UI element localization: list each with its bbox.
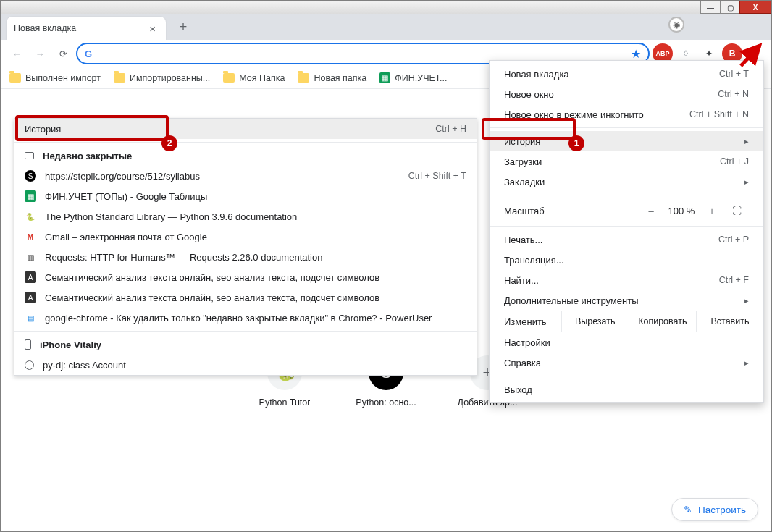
recent-item[interactable]: ▤ google-chrome - Как удалить только "не… bbox=[14, 308, 477, 328]
customize-label: Настроить bbox=[698, 504, 746, 515]
separator bbox=[490, 376, 763, 376]
menu-new-incognito[interactable]: Новое окно в режиме инкогнитоCtrl + Shif… bbox=[490, 104, 763, 124]
recent-closed-label: Недавно закрытые bbox=[43, 151, 132, 161]
edit-paste-button[interactable]: Вставить bbox=[696, 311, 763, 332]
recent-item[interactable]: ▥ Requests: HTTP for Humans™ — Requests … bbox=[14, 247, 477, 267]
stackexchange-icon: ▤ bbox=[25, 312, 36, 324]
sheets-icon: ▦ bbox=[25, 190, 36, 202]
zoom-label: Масштаб bbox=[504, 206, 545, 216]
window-close-button[interactable]: X bbox=[739, 1, 771, 14]
window-minimize-button[interactable]: — bbox=[700, 1, 721, 14]
menu-print[interactable]: Печать...Ctrl + P bbox=[490, 229, 763, 250]
profile-guest-icon[interactable]: ◉ bbox=[668, 17, 684, 33]
submenu-history-label: История bbox=[25, 124, 61, 135]
new-tab-button[interactable]: + bbox=[173, 17, 193, 37]
menu-bookmarks[interactable]: Закладки▸ bbox=[490, 172, 763, 192]
menu-zoom-row: Масштаб – 100 % + ⛶ bbox=[490, 198, 763, 223]
annotation-badge-1: 1 bbox=[568, 135, 584, 151]
menu-downloads[interactable]: ЗагрузкиCtrl + J bbox=[490, 151, 763, 172]
menu-help[interactable]: Справка▸ bbox=[490, 352, 763, 373]
edit-cut-button[interactable]: Вырезать bbox=[561, 311, 629, 332]
zoom-in-button[interactable]: + bbox=[700, 201, 724, 220]
zoom-out-button[interactable]: – bbox=[639, 201, 663, 220]
reopen-shortcut: Ctrl + Shift + T bbox=[408, 171, 466, 181]
annotation-badge-2: 2 bbox=[161, 135, 177, 151]
advego-icon: A bbox=[25, 292, 36, 303]
svg-line-0 bbox=[741, 46, 760, 66]
bookmark-folder[interactable]: Моя Папка bbox=[223, 73, 285, 83]
browser-tab[interactable]: Новая вкладка × bbox=[7, 17, 166, 40]
chrome-main-menu: Новая вкладкаCtrl + T Новое окноCtrl + N… bbox=[489, 60, 764, 403]
history-submenu: История Ctrl + H Недавно закрытые Ѕ http… bbox=[14, 118, 477, 376]
separator bbox=[14, 142, 477, 143]
recent-item[interactable]: ▦ ФИН.УЧЕТ (ТОПы) - Google Таблицы bbox=[14, 186, 477, 206]
tab-strip: Новая вкладка × + bbox=[1, 14, 771, 40]
recent-item[interactable]: 🐍 The Python Standard Library — Python 3… bbox=[14, 206, 477, 227]
menu-edit-row: Изменить Вырезать Копировать Вставить bbox=[490, 311, 763, 332]
globe-icon bbox=[25, 360, 34, 370]
recent-item[interactable]: M Gmail – электронная почта от Google bbox=[14, 227, 477, 247]
bookmark-folder[interactable]: Импортированны... bbox=[114, 73, 210, 83]
customize-button[interactable]: ✎ Настроить bbox=[671, 498, 758, 521]
device-item[interactable]: py-dj: class Account bbox=[14, 355, 477, 375]
recent-item[interactable]: A Семантический анализ текста онлайн, se… bbox=[14, 267, 477, 287]
menu-history[interactable]: История▸ bbox=[490, 131, 763, 151]
submenu-device-header: iPhone Vitaliy bbox=[14, 334, 477, 355]
menu-more-tools[interactable]: Дополнительные инструменты▸ bbox=[490, 290, 763, 311]
back-button[interactable]: ← bbox=[7, 43, 27, 64]
bookmark-star-icon[interactable]: ★ bbox=[631, 47, 641, 61]
separator bbox=[490, 226, 763, 227]
menu-new-tab[interactable]: Новая вкладкаCtrl + T bbox=[490, 64, 763, 84]
edit-copy-button[interactable]: Копировать bbox=[629, 311, 696, 332]
menu-exit[interactable]: Выход bbox=[490, 379, 763, 400]
separator bbox=[14, 331, 477, 332]
menu-cast[interactable]: Трансляция... bbox=[490, 250, 763, 270]
bookmark-folder[interactable]: Выполнен импорт bbox=[9, 73, 101, 83]
phone-icon bbox=[25, 339, 31, 350]
submenu-arrow-icon: ▸ bbox=[744, 296, 749, 305]
python-icon: 🐍 bbox=[25, 211, 36, 222]
window-titlebar: — ▢ X bbox=[1, 1, 771, 14]
reload-button[interactable]: ⟳ bbox=[53, 43, 73, 64]
forward-button[interactable]: → bbox=[30, 43, 50, 64]
submenu-history-header[interactable]: История Ctrl + H bbox=[14, 119, 477, 139]
folder-icon bbox=[114, 73, 125, 83]
submenu-recent-header: Недавно закрытые bbox=[14, 145, 477, 166]
stepik-icon: Ѕ bbox=[25, 170, 36, 182]
menu-find[interactable]: Найти...Ctrl + F bbox=[490, 270, 763, 290]
submenu-arrow-icon: ▸ bbox=[744, 137, 749, 146]
gmail-icon: M bbox=[25, 231, 36, 242]
tab-title: Новая вкладка bbox=[14, 23, 76, 33]
pencil-icon: ✎ bbox=[684, 504, 692, 515]
folder-icon bbox=[223, 73, 235, 83]
folder-icon bbox=[9, 73, 21, 83]
advego-icon: A bbox=[25, 271, 36, 283]
submenu-history-shortcut: Ctrl + H bbox=[435, 124, 466, 134]
requests-icon: ▥ bbox=[25, 251, 36, 263]
recent-item[interactable]: Ѕ https://stepik.org/course/512/syllabus… bbox=[14, 166, 477, 186]
separator bbox=[490, 195, 763, 195]
sheets-icon: ▦ bbox=[379, 72, 390, 83]
menu-new-window[interactable]: Новое окноCtrl + N bbox=[490, 84, 763, 104]
menu-settings[interactable]: Настройки bbox=[490, 332, 763, 352]
tab-close-icon[interactable]: × bbox=[146, 21, 159, 36]
submenu-arrow-icon: ▸ bbox=[744, 358, 749, 368]
bookmark-folder[interactable]: Новая папка bbox=[298, 73, 366, 83]
bookmark-item[interactable]: ▦ФИН.УЧЕТ... bbox=[379, 72, 447, 83]
device-name-label: iPhone Vitaliy bbox=[40, 339, 101, 350]
folder-icon bbox=[298, 73, 309, 83]
fullscreen-button[interactable]: ⛶ bbox=[724, 201, 749, 220]
separator bbox=[490, 127, 763, 128]
recent-item[interactable]: A Семантический анализ текста онлайн, se… bbox=[14, 287, 477, 308]
shortcut-label: Python: осно... bbox=[356, 397, 416, 408]
google-g-icon: G bbox=[85, 48, 92, 59]
edit-label: Изменить bbox=[490, 311, 561, 332]
text-cursor bbox=[98, 48, 98, 59]
zoom-value: 100 % bbox=[663, 206, 700, 216]
shortcut-label: Python Tutor bbox=[259, 397, 311, 408]
tab-icon bbox=[25, 152, 34, 159]
window-maximize-button[interactable]: ▢ bbox=[720, 1, 740, 14]
submenu-arrow-icon: ▸ bbox=[744, 177, 749, 187]
annotation-arrow bbox=[738, 40, 767, 69]
